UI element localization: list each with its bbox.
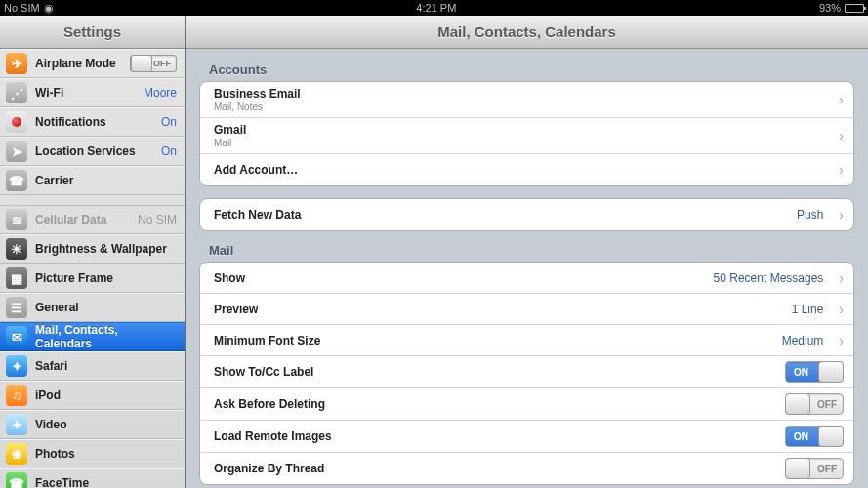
section-label-mail: Mail	[209, 243, 854, 258]
sidebar-title: Settings	[0, 16, 185, 49]
photos-icon: ❀	[6, 443, 27, 465]
mail-thread-toggle[interactable]: OFF	[785, 458, 844, 479]
toggle-off-text: OFF	[817, 399, 837, 410]
battery-percent: 93%	[819, 2, 841, 14]
sidebar-item-label: Notifications	[35, 115, 153, 129]
sidebar-item-safari[interactable]: ✦Safari	[0, 351, 185, 381]
mail-show-value: 50 Recent Messages	[714, 271, 824, 285]
video-icon: ✦	[6, 414, 27, 435]
sidebar-item-label: Carrier	[35, 174, 177, 187]
mail-minfont-label: Minimum Font Size	[214, 334, 320, 347]
mail-askdel-row: Ask Before Deleting OFF	[200, 388, 853, 421]
sidebar-item-label: Brightness & Wallpaper	[35, 242, 177, 256]
sidebar-item-label: Safari	[35, 359, 177, 373]
sidebar-item-value: On	[161, 144, 177, 158]
toggle-off-text: OFF	[817, 464, 837, 474]
mail-show-row[interactable]: Show 50 Recent Messages ›	[200, 263, 853, 294]
sidebar-item-label: Location Services	[35, 144, 153, 158]
chevron-right-icon: ›	[839, 128, 844, 143]
account-title: Add Account…	[214, 163, 298, 177]
safari-icon: ✦	[6, 355, 27, 377]
chevron-right-icon: ›	[839, 333, 844, 348]
sidebar-item-label: General	[35, 301, 177, 314]
sidebar-list: ✈Airplane ModeOFF⋰Wi-FiMooreNotification…	[0, 49, 185, 488]
detail-title: Mail, Contacts, Calendars	[186, 16, 868, 49]
mail-askdel-label: Ask Before Deleting	[214, 397, 325, 411]
facetime-icon: ☎	[6, 472, 27, 488]
settings-sidebar: Settings ✈Airplane ModeOFF⋰Wi-FiMooreNot…	[0, 16, 186, 488]
mail-preview-row[interactable]: Preview 1 Line ›	[200, 294, 853, 325]
sidebar-item-label: Video	[35, 418, 177, 431]
mail-show-label: Show	[214, 271, 245, 285]
mail-tocc-label: Show To/Cc Label	[214, 365, 313, 379]
mail-preview-label: Preview	[214, 303, 258, 316]
sidebar-item-facetime[interactable]: ☎FaceTime	[0, 468, 185, 488]
fetch-group: Fetch New Data Push ›	[199, 198, 854, 231]
mail-remote-toggle[interactable]: ON	[785, 426, 844, 447]
sidebar-item-photos[interactable]: ❀Photos	[0, 439, 185, 468]
account-row[interactable]: Business EmailMail, Notes›	[200, 82, 853, 118]
sidebar-item-value: No SIM	[138, 213, 177, 226]
location-icon: ➤	[6, 141, 27, 162]
carrier-icon: ☎	[6, 170, 27, 191]
mail-minfont-value: Medium	[782, 334, 824, 347]
status-no-sim: No SIM	[4, 2, 40, 14]
chevron-right-icon: ›	[839, 207, 844, 223]
sidebar-item-ipod[interactable]: ♫iPod	[0, 381, 185, 410]
sidebar-item-label: iPod	[35, 388, 177, 402]
accounts-group: Business EmailMail, Notes›GmailMail›Add …	[199, 81, 854, 186]
status-time: 4:21 PM	[54, 2, 819, 14]
account-sub: Mail	[214, 138, 246, 148]
mail-tocc-toggle[interactable]: ON	[785, 361, 844, 383]
sidebar-item-carrier[interactable]: ☎Carrier	[0, 166, 185, 195]
sidebar-item-label: Wi-Fi	[35, 86, 136, 100]
sidebar-item-notifications[interactable]: NotificationsOn	[0, 107, 185, 137]
fetch-label: Fetch New Data	[214, 208, 301, 222]
wifi-icon: ⋰	[6, 82, 27, 103]
sidebar-item-location[interactable]: ➤Location ServicesOn	[0, 137, 185, 166]
sidebar-item-video[interactable]: ✦Video	[0, 410, 185, 439]
sidebar-item-cellular[interactable]: ≋Cellular DataNo SIM	[0, 205, 185, 234]
sidebar-item-mail[interactable]: ✉Mail, Contacts, Calendars	[0, 322, 185, 351]
sidebar-item-picframe[interactable]: ▦Picture Frame	[0, 264, 185, 293]
mail-group: Show 50 Recent Messages › Preview 1 Line…	[199, 262, 854, 485]
brightness-icon: ☀	[6, 238, 27, 260]
ipod-icon: ♫	[6, 385, 27, 406]
toggle-on-text: ON	[794, 367, 808, 378]
airplane-icon: ✈	[6, 53, 27, 74]
notifications-icon	[6, 111, 27, 133]
mail-preview-value: 1 Line	[792, 303, 824, 316]
mail-minfont-row[interactable]: Minimum Font Size Medium ›	[200, 325, 853, 356]
wifi-icon: ◉	[44, 2, 54, 15]
mail-thread-label: Organize By Thread	[214, 462, 324, 475]
account-sub: Mail, Notes	[214, 102, 301, 112]
sidebar-item-label: Picture Frame	[35, 271, 177, 285]
sidebar-item-label: Photos	[35, 447, 177, 461]
chevron-right-icon: ›	[839, 162, 844, 178]
sidebar-item-wifi[interactable]: ⋰Wi-FiMoore	[0, 78, 185, 107]
mail-tocc-row: Show To/Cc Label ON	[200, 356, 853, 388]
chevron-right-icon: ›	[839, 302, 844, 317]
sidebar-item-value: Moore	[144, 86, 177, 100]
chevron-right-icon: ›	[839, 270, 844, 286]
account-title: Gmail	[214, 123, 246, 137]
fetch-value: Push	[797, 208, 823, 222]
airplane-toggle[interactable]: OFF	[130, 55, 177, 72]
detail-scroll[interactable]: Accounts Business EmailMail, Notes›Gmail…	[186, 49, 868, 488]
mail-thread-row: Organize By Thread OFF	[200, 453, 853, 484]
sidebar-item-brightness[interactable]: ☀Brightness & Wallpaper	[0, 234, 185, 264]
sidebar-item-label: Mail, Contacts, Calendars	[35, 323, 177, 350]
account-row[interactable]: GmailMail›	[200, 118, 853, 154]
account-row[interactable]: Add Account…›	[200, 154, 853, 185]
cellular-icon: ≋	[6, 209, 27, 230]
sidebar-item-general[interactable]: ☰General	[0, 293, 185, 322]
mail-remote-row: Load Remote Images ON	[200, 421, 853, 453]
sidebar-item-label: Airplane Mode	[35, 57, 122, 70]
mail-remote-label: Load Remote Images	[214, 429, 332, 443]
mail-askdel-toggle[interactable]: OFF	[785, 393, 844, 415]
general-icon: ☰	[6, 297, 27, 318]
detail-pane: Mail, Contacts, Calendars Accounts Busin…	[186, 16, 868, 488]
sidebar-item-airplane[interactable]: ✈Airplane ModeOFF	[0, 49, 185, 78]
fetch-row[interactable]: Fetch New Data Push ›	[200, 199, 853, 230]
toggle-on-text: ON	[794, 431, 808, 442]
